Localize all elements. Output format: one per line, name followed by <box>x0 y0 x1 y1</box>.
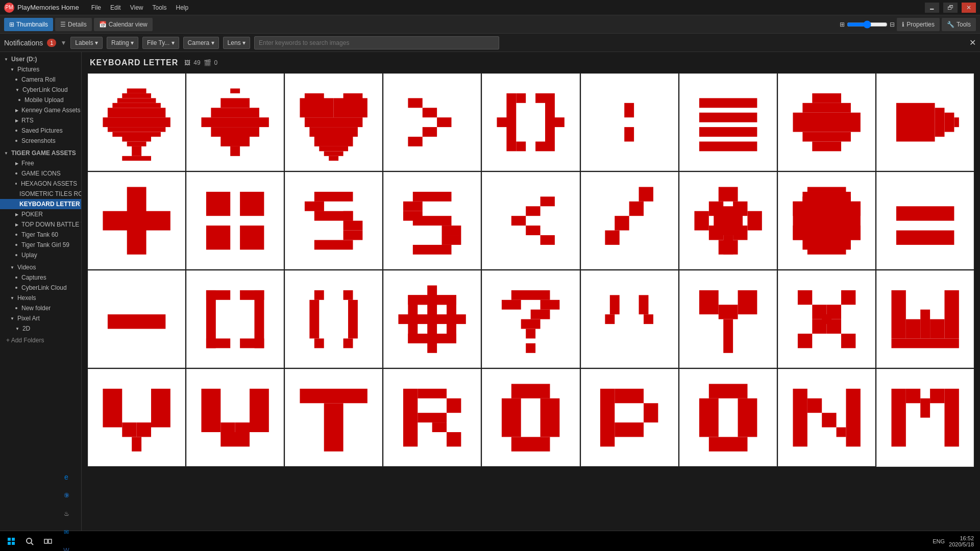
zoom-slider[interactable] <box>847 20 888 29</box>
taskbar-app-ie[interactable]: ⑨ <box>57 486 76 505</box>
calendar-button[interactable]: 📅 Calendar view <box>94 18 153 31</box>
image-cell-square-brackets[interactable] <box>186 270 284 368</box>
image-cell-cross-flower[interactable] <box>679 172 777 269</box>
image-cell-o-letter[interactable] <box>482 369 579 466</box>
sidebar-item-poker[interactable]: ▶POKER <box>0 209 81 219</box>
sidebar-item-pictures[interactable]: ▼Pictures <box>0 64 81 74</box>
lens-filter[interactable]: Lens ▾ <box>223 37 250 49</box>
image-cell-m-letter[interactable] <box>876 369 974 466</box>
minimize-button[interactable]: 🗕 <box>925 3 939 13</box>
menu-edit[interactable]: Edit <box>106 2 125 13</box>
thumbnails-button[interactable]: ⊞ Thumbnails <box>4 18 53 31</box>
image-cell-diamond[interactable] <box>186 73 284 171</box>
taskbar-app-outlook[interactable]: ✉ <box>57 523 76 541</box>
filetype-filter[interactable]: File Ty... ▾ <box>142 37 179 49</box>
image-cell-s-reverse[interactable] <box>285 172 382 269</box>
taskbar-start[interactable] <box>2 532 20 550</box>
image-cell-n-letter[interactable] <box>778 369 875 466</box>
menu-tools[interactable]: Tools <box>148 2 170 13</box>
sidebar-item-videos[interactable]: ▼Videos <box>0 262 81 272</box>
svg-rect-185 <box>511 437 550 452</box>
sidebar-item-user-d[interactable]: ▼User (D:) <box>0 54 81 64</box>
restore-button[interactable]: 🗗 <box>943 3 958 13</box>
image-cell-v-letter[interactable] <box>88 369 185 466</box>
sidebar-item-rts[interactable]: ▶RTS <box>0 115 81 126</box>
image-cell-equals[interactable] <box>876 172 974 269</box>
sidebar-item-top-down-battle[interactable]: ▶TOP DOWN BATTLE T... <box>0 219 81 230</box>
image-cell-minus[interactable] <box>88 270 185 368</box>
image-cell-heart[interactable] <box>285 73 382 171</box>
image-cell-big-snowflake[interactable] <box>778 172 875 269</box>
image-cell-u-letter[interactable] <box>186 369 284 466</box>
sidebar-item-isometric-tiles[interactable]: ISOMETRIC TILES RO... <box>0 189 81 199</box>
taskbar-search[interactable] <box>20 532 39 550</box>
taskbar-app-edge[interactable]: e <box>57 468 76 486</box>
info-icon: ℹ <box>902 21 904 28</box>
sidebar-item-cyberlink-cloud-1[interactable]: ▼CyberLink Cloud <box>0 85 81 95</box>
taskbar-right: ENG 16:52 2020/5/18 <box>933 535 978 547</box>
image-cell-less-than[interactable] <box>482 172 579 269</box>
sidebar-item-tiger-tank-60[interactable]: Tiger Tank 60 <box>0 230 81 240</box>
sidebar-item-new-folder[interactable]: New folder <box>0 303 81 313</box>
sidebar-item-2d[interactable]: ▼2D <box>0 323 81 334</box>
image-cell-slash[interactable] <box>581 172 678 269</box>
image-cell-p-letter[interactable] <box>581 369 678 466</box>
image-cell-braces[interactable] <box>482 73 579 171</box>
labels-filter[interactable]: Labels ▾ <box>70 37 103 49</box>
menu-file[interactable]: File <box>87 2 105 13</box>
image-cell-equals-lines[interactable] <box>679 73 777 171</box>
sidebar-item-uplay[interactable]: Uplay <box>0 250 81 260</box>
taskbar-app-steam[interactable]: ♨ <box>57 505 76 523</box>
sidebar-item-hexagon-assets[interactable]: HEXAGON ASSETS <box>0 179 81 189</box>
image-cell-o-letter-2[interactable] <box>679 369 777 466</box>
calendar-icon: 📅 <box>99 21 107 28</box>
add-folders-button[interactable]: + Add Folders <box>0 334 81 347</box>
search-input[interactable] <box>254 36 499 49</box>
camera-filter[interactable]: Camera ▾ <box>183 37 219 49</box>
sidebar-item-mobile-upload[interactable]: Mobile Upload <box>0 95 81 105</box>
image-cell-s-letter[interactable] <box>383 172 481 269</box>
menu-view[interactable]: View <box>126 2 148 13</box>
sidebar-item-pixel-art[interactable]: ▼Pixel Art <box>0 313 81 323</box>
svg-rect-63 <box>314 192 353 202</box>
image-cell-r-letter[interactable] <box>383 369 481 466</box>
properties-button[interactable]: ℹ Properties <box>897 18 940 31</box>
image-cell-question-mark[interactable] <box>482 270 579 368</box>
sidebar-item-screenshots[interactable]: Screenshots <box>0 136 81 146</box>
sidebar-item-game-icons[interactable]: GAME ICONS <box>0 168 81 179</box>
image-cell-greater-than[interactable] <box>383 73 481 171</box>
menu-help[interactable]: Help <box>172 2 193 13</box>
image-cell-w-letter[interactable] <box>876 270 974 368</box>
sidebar-item-tiger-tank-girl-59[interactable]: Tiger Tank Girl 59 <box>0 240 81 250</box>
sidebar-item-captures[interactable]: Captures <box>0 272 81 283</box>
image-cell-grid-four[interactable] <box>186 172 284 269</box>
tools-button[interactable]: 🔧 Tools <box>942 18 976 31</box>
sidebar-item-cyberlink-cloud-2[interactable]: CyberLink Cloud <box>0 283 81 293</box>
sidebar-item-hexels[interactable]: ▼Hexels <box>0 293 81 303</box>
image-cell-asterisk[interactable] <box>383 270 481 368</box>
image-cell-parens[interactable] <box>285 270 382 368</box>
sidebar-item-keyboard-letter[interactable]: KEYBOARD LETTER <box>0 199 81 209</box>
sidebar-item-camera-roll[interactable]: Camera Roll <box>0 74 81 85</box>
sidebar-item-tiger-game-assets[interactable]: ▼TIGER GAME ASSETS <box>0 148 81 158</box>
image-cell-colon[interactable] <box>581 73 678 171</box>
image-cell-quote[interactable] <box>581 270 678 368</box>
sidebar-item-free[interactable]: ▶Free <box>0 158 81 168</box>
close-notification-button[interactable]: ✕ <box>969 38 976 47</box>
details-button[interactable]: ☰ Details <box>55 18 92 31</box>
image-cell-right-arrow-shape[interactable] <box>876 73 974 171</box>
image-cell-x-letter[interactable] <box>778 270 875 368</box>
taskbar-app-word[interactable]: W <box>57 541 76 552</box>
image-cell-horizontal-diamond[interactable] <box>778 73 875 171</box>
image-cell-plus[interactable] <box>88 172 185 269</box>
rating-filter[interactable]: Rating ▾ <box>107 37 138 49</box>
image-cell-spade[interactable] <box>88 73 185 171</box>
taskbar-task-view[interactable] <box>39 532 57 550</box>
svg-rect-58 <box>103 211 170 231</box>
sidebar-item-saved-pictures[interactable]: Saved Pictures <box>0 126 81 136</box>
svg-rect-53 <box>896 103 935 142</box>
image-cell-y-letter[interactable] <box>679 270 777 368</box>
close-button[interactable]: ✕ <box>962 3 976 13</box>
sidebar-item-kenney-game-assets[interactable]: ▶Kenney Game Assets <box>0 105 81 115</box>
image-cell-t-letter[interactable] <box>285 369 382 466</box>
